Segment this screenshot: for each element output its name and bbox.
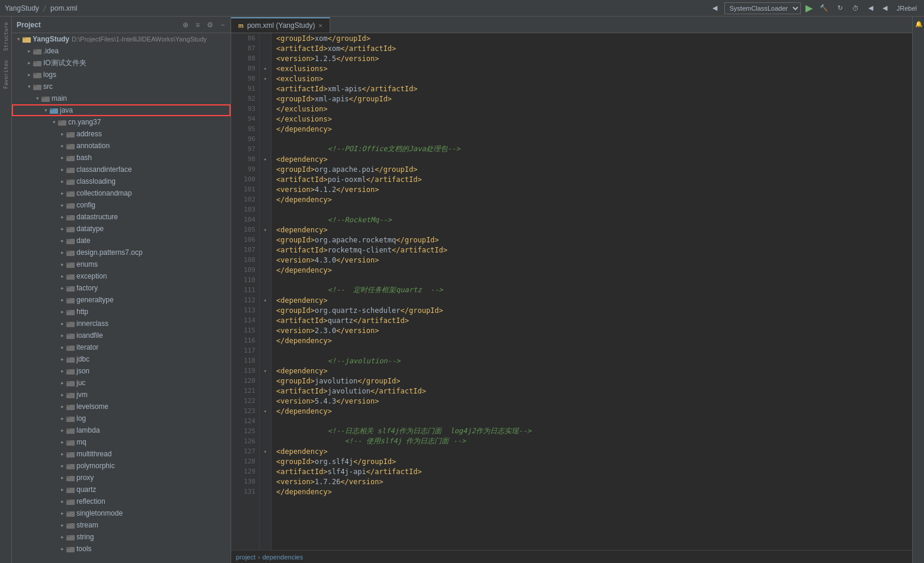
code-line-107: <artifactId>rocketmq-client</artifactId>	[276, 245, 907, 255]
xml-icon: m	[238, 23, 244, 29]
tree-item-proxy[interactable]: proxy	[12, 472, 231, 484]
tree-item-classloading[interactable]: classloading	[12, 175, 231, 187]
tree-item-design-patterns7-ocp[interactable]: design.patterns7.ocp	[12, 247, 231, 258]
tree-item-idea[interactable]: .idea	[12, 45, 231, 57]
tree-item-json[interactable]: json	[12, 365, 231, 377]
factory-folder-icon	[66, 285, 75, 292]
text-92: xml-apis	[315, 95, 349, 103]
fold-icon-112[interactable]: ▾	[264, 298, 267, 303]
fold-icon-105[interactable]: ▾	[264, 227, 267, 233]
structure-icon[interactable]: Structure	[1, 19, 11, 55]
tree-item-datastructure[interactable]: datastructure	[12, 211, 231, 223]
panel-locate-btn[interactable]: ⊕	[181, 20, 190, 30]
tree-item-collectionandmap[interactable]: collectionandmap	[12, 187, 231, 199]
toolbar-filename: pom.xml	[50, 4, 77, 12]
tree-item-classandinterface[interactable]: classandinterface	[12, 164, 231, 175]
tab-close-btn[interactable]: ×	[318, 22, 322, 29]
tree-item-quartz[interactable]: quartz	[12, 484, 231, 495]
favorites-icon[interactable]: Favorites	[1, 57, 11, 92]
reload-btn[interactable]: ↻	[835, 3, 845, 13]
lambda-label: lambda	[76, 426, 100, 434]
tree-item-date[interactable]: date	[12, 235, 231, 247]
tree-item-tools[interactable]: tools	[12, 543, 231, 555]
line-num-128: 128	[231, 456, 259, 466]
build-btn[interactable]: 🔨	[817, 3, 830, 13]
gutter-123[interactable]: ▾	[260, 406, 271, 416]
innerclass-folder-icon	[66, 321, 75, 327]
fold-icon-123[interactable]: ▾	[264, 408, 267, 414]
tree-item-lambda[interactable]: lambda	[12, 424, 231, 436]
mq-folder-icon	[66, 439, 75, 446]
tree-item-juc[interactable]: juc	[12, 377, 231, 389]
fold-icon-89[interactable]: ▾	[264, 66, 267, 72]
tree-item-logs[interactable]: logs	[12, 69, 231, 81]
tree-item-stream[interactable]: stream	[12, 519, 231, 531]
fold-icon-119[interactable]: ▾	[264, 368, 267, 374]
coverage-btn[interactable]: ⏱	[850, 4, 861, 13]
tree-item-datatype[interactable]: datatype	[12, 223, 231, 235]
datatype-label: datatype	[76, 225, 104, 233]
line-num-106: 106	[231, 235, 259, 245]
line-num-102: 102	[231, 194, 259, 204]
tree-root[interactable]: YangStudy D:\ProjectFiles\1-IntelliJIDEA…	[12, 33, 231, 45]
tab-pom-xml[interactable]: m pom.xml (YangStudy) ×	[231, 17, 330, 33]
tree-item-generaltype[interactable]: generaltype	[12, 294, 231, 306]
fold-icon-98[interactable]: ▾	[264, 156, 267, 162]
gutter-89[interactable]: ▾	[260, 63, 271, 73]
line-num-103: 103	[231, 204, 259, 215]
run-config-dropdown[interactable]: SystemClassLoader	[724, 2, 801, 14]
tree-item-cnyang37[interactable]: cn.yang37	[12, 116, 231, 128]
tree-item-java[interactable]: java	[12, 104, 231, 116]
panel-close-btn[interactable]: −	[219, 20, 226, 30]
tree-item-polymorphic[interactable]: polymorphic	[12, 460, 231, 472]
gutter-112[interactable]: ▾	[260, 295, 271, 305]
panel-collapse-btn[interactable]: ≡	[194, 20, 201, 30]
tree-item-string[interactable]: string	[12, 531, 231, 543]
gutter-92	[260, 94, 271, 104]
gutter-98[interactable]: ▾	[260, 154, 271, 164]
code-area[interactable]: <groupId>xom</groupId> <artifactId>xom</…	[271, 33, 912, 550]
tree-item-enums[interactable]: enums	[12, 258, 231, 270]
jrebel-btn[interactable]: JRebel	[894, 4, 919, 13]
tree-item-factory[interactable]: factory	[12, 282, 231, 294]
gutter-127[interactable]: ▾	[260, 446, 271, 456]
tree-item-annotation[interactable]: annotation	[12, 140, 231, 152]
stop-btn[interactable]: ◀	[880, 3, 890, 13]
tree-item-singletonmode[interactable]: singletonmode	[12, 507, 231, 519]
tree-item-innerclass[interactable]: innerclass	[12, 318, 231, 330]
fold-icon-127[interactable]: ▾	[264, 449, 267, 455]
fold-icon-90[interactable]: ▾	[264, 76, 267, 82]
code-line-118: <!--javolution-->	[276, 356, 907, 366]
gutter-119[interactable]: ▾	[260, 366, 271, 376]
tree-item-reflection[interactable]: reflection	[12, 495, 231, 507]
tree-item-jdbc[interactable]: jdbc	[12, 353, 231, 365]
tree-item-http[interactable]: http	[12, 306, 231, 318]
tree-item-config[interactable]: config	[12, 199, 231, 211]
code-line-123: </dependency>	[276, 406, 907, 416]
tree-item-multithread[interactable]: multithread	[12, 448, 231, 460]
tree-item-iterator[interactable]: iterator	[12, 341, 231, 353]
line-num-88: 88	[231, 53, 259, 63]
tree-item-address[interactable]: address	[12, 128, 231, 140]
gutter-105[interactable]: ▾	[260, 225, 271, 235]
tree-item-mq[interactable]: mq	[12, 436, 231, 448]
tree-item-jvm[interactable]: jvm	[12, 389, 231, 401]
svg-rect-37	[66, 251, 70, 252]
gutter-90[interactable]: ▾	[260, 73, 271, 84]
tree-item-src[interactable]: src	[12, 81, 231, 92]
tree-item-levelsome[interactable]: levelsome	[12, 401, 231, 412]
back-btn[interactable]: ◀	[710, 3, 720, 13]
run-button[interactable]: ▶	[805, 2, 813, 14]
text-129: slf4j-api	[328, 468, 366, 476]
gutter-131	[260, 487, 271, 497]
profile-btn[interactable]: ◀	[866, 3, 875, 13]
tree-item-bash[interactable]: bash	[12, 152, 231, 164]
tree-item-log[interactable]: log	[12, 412, 231, 424]
panel-settings-btn[interactable]: ⚙	[206, 20, 215, 30]
tree-item-main[interactable]: main	[12, 92, 231, 104]
notifications-icon[interactable]: 🔔	[914, 19, 923, 28]
tree-item-exception[interactable]: exception	[12, 270, 231, 282]
editor-content: 8687888990919293949596979899100101102103…	[231, 33, 912, 550]
tree-item-io[interactable]: IO测试文件夹	[12, 57, 231, 69]
tree-item-ioandfile[interactable]: ioandfile	[12, 330, 231, 341]
